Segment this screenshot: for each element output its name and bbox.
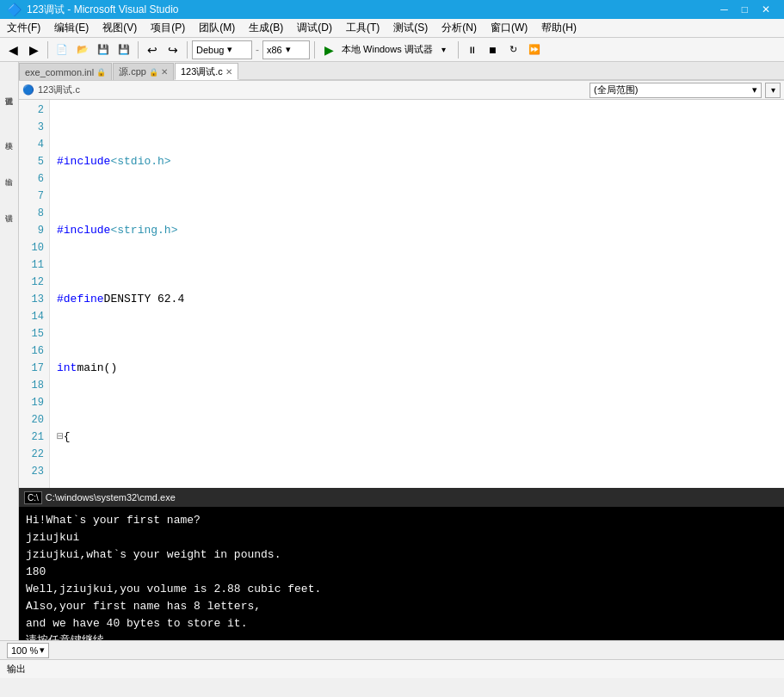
- tab-close-123debug[interactable]: ✕: [225, 67, 232, 77]
- output-bar: 输出: [0, 659, 784, 678]
- tab-source-cpp[interactable]: 源.cpp 🔒 ✕: [113, 63, 174, 80]
- line-num-19: 19: [19, 394, 49, 411]
- scope-dropdown-arrow: ▾: [752, 84, 757, 96]
- console-line-4: 180: [26, 564, 777, 581]
- sidebar-icon-2[interactable]: 模块: [2, 119, 17, 153]
- console-line-6: Also,your first name has 8 letters,: [26, 598, 777, 615]
- close-button[interactable]: ✕: [755, 3, 777, 15]
- zoom-dropdown[interactable]: 100 % ▾: [7, 643, 49, 658]
- menu-team[interactable]: 团队(M): [192, 19, 242, 38]
- run-button[interactable]: ▶: [319, 40, 338, 59]
- line-num-2: 2: [19, 102, 49, 119]
- line-num-12: 12: [19, 274, 49, 291]
- menu-tools[interactable]: 工具(T): [339, 19, 386, 38]
- run-dropdown-arrow[interactable]: ▾: [435, 40, 454, 59]
- code-line-3: #include <string.h>: [57, 222, 784, 239]
- line-num-14: 14: [19, 308, 49, 325]
- tab-close-source[interactable]: ✕: [161, 67, 168, 77]
- line-num-13: 13: [19, 291, 49, 308]
- console-line-1: Hi!What`s your first name?: [26, 512, 777, 529]
- menu-file[interactable]: 文件(F): [0, 19, 47, 38]
- debug-btn1[interactable]: ⏸: [463, 40, 482, 59]
- title-bar: 🔷 123调试 - Microsoft Visual Studio ─ □ ✕: [0, 0, 784, 19]
- file-name: 123调试.c: [38, 83, 80, 96]
- code-line-6: ⊟{: [57, 429, 784, 446]
- sidebar-icon-4[interactable]: 错误: [2, 191, 17, 225]
- save-all-button[interactable]: 💾: [114, 40, 133, 59]
- code-content[interactable]: #include <stdio.h> #include <string.h> #…: [50, 100, 784, 488]
- menu-test[interactable]: 测试(S): [386, 19, 435, 38]
- debug-btn3[interactable]: ↻: [504, 40, 523, 59]
- line-num-3: 3: [19, 119, 49, 136]
- console-line-2: jziujkui: [26, 529, 777, 546]
- menu-edit[interactable]: 编辑(E): [47, 19, 96, 38]
- sidebar-icon-1[interactable]: 调试位置: [2, 65, 17, 117]
- line-num-5: 5: [19, 153, 49, 170]
- sep2: [138, 41, 139, 59]
- debug-config-dropdown[interactable]: Debug ▾: [192, 40, 252, 59]
- sidebar-icon-3[interactable]: 输出: [2, 155, 17, 189]
- tab-exe-common[interactable]: exe_common.inl 🔒: [19, 63, 112, 80]
- run-label: 本地 Windows 调试器: [342, 43, 433, 56]
- code-line-5: int main(): [57, 360, 784, 377]
- console-line-8: 请按任意键继续. . .: [26, 632, 777, 640]
- debug-btn4[interactable]: ⏩: [525, 40, 544, 59]
- main-area: 调试位置 模块 输出 错误 exe_common.inl 🔒 源.cpp 🔒 ✕…: [0, 62, 784, 640]
- code-console-split: 2 3 4 5 6 7 8 9 10 11 12 13 14 15 16 17: [19, 100, 784, 640]
- code-line-2: #include <stdio.h>: [57, 153, 784, 170]
- open-file-button[interactable]: 📂: [73, 40, 92, 59]
- location-bar: 🔵 123调试.c (全局范围) ▾ ▾: [19, 81, 784, 100]
- sep1: [47, 41, 48, 59]
- undo-button[interactable]: ↩: [143, 40, 162, 59]
- tab-label-123debug: 123调试.c: [181, 65, 223, 78]
- sep4: [314, 41, 315, 59]
- app-title: 123调试 - Microsoft Visual Studio: [27, 3, 179, 17]
- platform-dropdown[interactable]: x86 ▾: [262, 40, 310, 59]
- menu-debug[interactable]: 调试(D): [290, 19, 339, 38]
- line-num-15: 15: [19, 325, 49, 342]
- minimize-button[interactable]: ─: [713, 3, 735, 15]
- line-num-7: 7: [19, 188, 49, 205]
- toolbar-row1: ◀ ▶ 📄 📂 💾 💾 ↩ ↪ Debug ▾ - x86 ▾ ▶ 本地 Win…: [0, 38, 784, 62]
- tab-123debug[interactable]: 123调试.c ✕: [175, 63, 238, 80]
- status-bar-bottom: 100 % ▾: [0, 640, 784, 659]
- line-num-11: 11: [19, 256, 49, 274]
- line-num-6: 6: [19, 170, 49, 188]
- console-area: C:\ C:\windows\system32\cmd.exe Hi!What`…: [19, 488, 784, 640]
- line-num-23: 23: [19, 463, 49, 480]
- code-line-4: #define DENSITY 62.4: [57, 291, 784, 308]
- scope-dropdown[interactable]: (全局范围) ▾: [590, 83, 762, 98]
- code-editor[interactable]: 2 3 4 5 6 7 8 9 10 11 12 13 14 15 16 17: [19, 100, 784, 488]
- zoom-arrow: ▾: [40, 645, 45, 656]
- location-bar-btn[interactable]: ▾: [765, 83, 781, 98]
- debug-btn2[interactable]: ⏹: [484, 40, 503, 59]
- tab-label-exe-common: exe_common.inl: [25, 67, 94, 77]
- menu-help[interactable]: 帮助(H): [534, 19, 583, 38]
- line-num-20: 20: [19, 411, 49, 429]
- sep5: [458, 41, 459, 59]
- menu-build[interactable]: 生成(B): [242, 19, 290, 38]
- menu-project[interactable]: 项目(P): [144, 19, 192, 38]
- forward-button[interactable]: ▶: [24, 40, 43, 59]
- console-line-7: and we have 40 bytes to store it.: [26, 615, 777, 632]
- menu-view[interactable]: 视图(V): [96, 19, 144, 38]
- menu-analyze[interactable]: 分析(N): [435, 19, 484, 38]
- save-button[interactable]: 💾: [94, 40, 113, 59]
- scope-value: (全局范围): [594, 83, 638, 96]
- line-num-22: 22: [19, 446, 49, 463]
- sidebar: 调试位置 模块 输出 错误: [0, 62, 19, 640]
- back-button[interactable]: ◀: [3, 40, 22, 59]
- platform-value: x86: [267, 45, 282, 55]
- redo-button[interactable]: ↪: [164, 40, 182, 59]
- tab-bar-empty: [239, 79, 784, 80]
- new-file-button[interactable]: 📄: [52, 40, 71, 59]
- app-icon: 🔷: [7, 3, 22, 16]
- line-numbers: 2 3 4 5 6 7 8 9 10 11 12 13 14 15 16 17: [19, 100, 50, 488]
- file-indicator: 🔵: [22, 84, 34, 96]
- line-num-16: 16: [19, 342, 49, 360]
- maximize-button[interactable]: □: [735, 3, 755, 15]
- tab-pin-exe-common: 🔒: [96, 68, 106, 77]
- line-num-21: 21: [19, 429, 49, 446]
- menu-bar: 文件(F) 编辑(E) 视图(V) 项目(P) 团队(M) 生成(B) 调试(D…: [0, 19, 784, 38]
- menu-window[interactable]: 窗口(W): [484, 19, 534, 38]
